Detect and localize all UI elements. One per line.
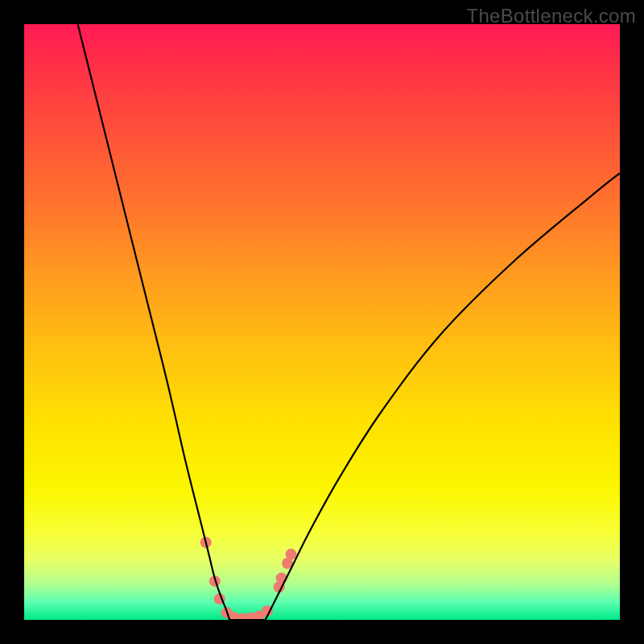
marker-dot [200,537,212,548]
plot-area [24,24,620,620]
marker-dot [221,607,233,618]
marker-dot [276,572,287,584]
curve-right [266,173,620,620]
marker-dot [237,613,248,620]
curve-left [78,24,230,620]
chart-frame: TheBottleneck.com [0,0,644,644]
marker-dot [274,581,285,592]
marker-dots [200,537,297,620]
marker-dot [209,576,221,587]
marker-dot [286,549,297,560]
marker-dot [245,613,256,620]
marker-dot [262,605,273,617]
marker-dot [214,593,225,605]
marker-dot [254,611,265,620]
curve-layer [24,24,620,620]
marker-dot [282,558,293,569]
marker-dot [228,612,239,620]
